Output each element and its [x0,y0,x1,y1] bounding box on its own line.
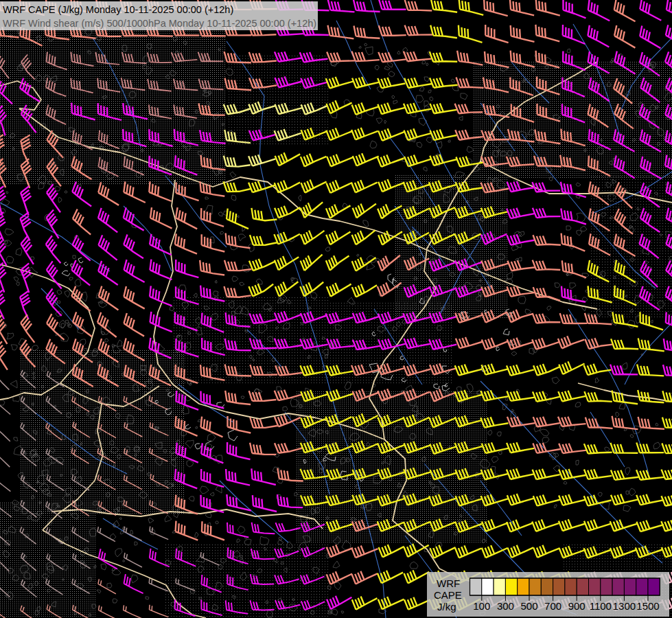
svg-text:700: 700 [544,600,561,612]
svg-text:J/kg: J/kg [437,601,456,613]
svg-text:1500: 1500 [636,600,659,612]
svg-text:WRF Wind shear (m/s) 500/1000h: WRF Wind shear (m/s) 500/1000hPa Monday … [3,18,316,29]
svg-text:900: 900 [568,600,586,612]
svg-text:WRF CAPE (J/kg) Monday 10-11-2: WRF CAPE (J/kg) Monday 10-11-2025 00:00 … [3,4,233,15]
svg-text:500: 500 [520,600,537,612]
svg-text:CAPE: CAPE [434,589,462,601]
svg-text:100: 100 [473,600,490,612]
svg-text:WRF: WRF [437,577,460,589]
svg-text:300: 300 [497,600,514,612]
svg-text:1300: 1300 [613,600,636,612]
svg-text:1100: 1100 [590,600,612,612]
